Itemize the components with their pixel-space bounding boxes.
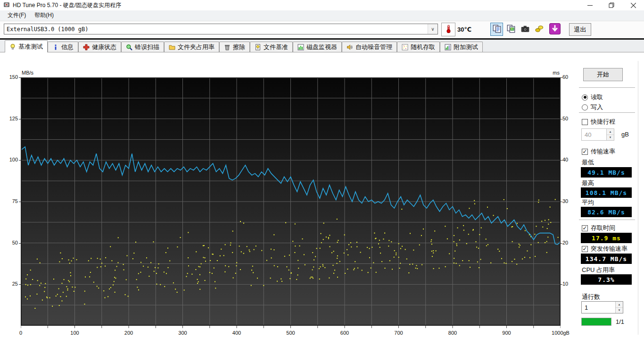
save-results-button[interactable] bbox=[548, 23, 561, 36]
tab-文件基准[interactable]: 文件基准 bbox=[250, 42, 293, 52]
tab-strip: 基准测试信息健康状态错误扫描文件夹占用率擦除文件基准磁盘监视器自动噪音管理随机存… bbox=[0, 40, 644, 52]
tab-基准测试[interactable]: 基准测试 bbox=[5, 40, 48, 52]
camera-icon bbox=[520, 24, 530, 35]
restore-button[interactable] bbox=[601, 0, 622, 10]
x-axis-tick-label: 900 bbox=[502, 330, 511, 336]
copy-image-button[interactable] bbox=[504, 23, 517, 36]
access-time-label: 存取时间 bbox=[591, 224, 615, 232]
y-left-tick bbox=[19, 284, 21, 285]
tab-擦除[interactable]: 擦除 bbox=[219, 42, 250, 52]
read-radio[interactable]: 读取 bbox=[582, 93, 603, 102]
spin-down-button[interactable]: ▼ bbox=[616, 308, 623, 313]
pass-count-stepper[interactable]: 1 ▲▼ bbox=[581, 301, 623, 313]
pass-count-label: 通行数 bbox=[582, 293, 600, 301]
extra-tests-icon bbox=[445, 44, 451, 51]
x-axis-tick-label: 1000gB bbox=[552, 330, 570, 336]
max-speed-label: 最高 bbox=[582, 179, 594, 187]
cpu-usage-value: 7.3% bbox=[581, 274, 632, 285]
read-radio-label: 读取 bbox=[591, 93, 603, 102]
tab-label: 信息 bbox=[61, 43, 74, 51]
access-time-checkbox[interactable]: ✓ 存取时间 bbox=[582, 224, 615, 232]
benchmark-chart bbox=[21, 77, 561, 329]
y-left-tick bbox=[19, 243, 21, 244]
screenshot-button[interactable] bbox=[519, 23, 531, 36]
close-button[interactable] bbox=[622, 0, 644, 10]
menu-item-help[interactable]: 帮助(H) bbox=[31, 10, 58, 21]
access-time-value: 17.9 ms bbox=[581, 233, 632, 243]
hdtune-window: HD Tune Pro 5.70 - 硬盘/固态硬盘实用程序 文件(F)帮助(H… bbox=[0, 0, 644, 347]
tab-信息[interactable]: 信息 bbox=[48, 42, 78, 52]
y-left-tick bbox=[19, 77, 21, 78]
y-right-tick bbox=[561, 243, 562, 244]
tab-附加测试[interactable]: 附加测试 bbox=[440, 42, 483, 52]
y-left-tick-label: 100 bbox=[0, 157, 18, 162]
tab-label: 随机存取 bbox=[411, 43, 435, 51]
divider bbox=[579, 220, 635, 220]
tab-错误扫描[interactable]: 错误扫描 bbox=[121, 42, 164, 52]
copy-image-icon bbox=[506, 24, 516, 35]
tab-文件夹占用率[interactable]: 文件夹占用率 bbox=[164, 42, 219, 52]
copy-text-button[interactable] bbox=[490, 23, 503, 36]
x-axis-tick-label: 700 bbox=[394, 330, 403, 336]
y-left-tick-label: 150 bbox=[0, 74, 18, 80]
burst-rate-checkbox[interactable]: ✓ 突发传输速率 bbox=[582, 245, 627, 253]
y-left-tick bbox=[19, 119, 21, 119]
short-stroke-unit: gB bbox=[621, 131, 629, 138]
y-right-tick bbox=[561, 160, 562, 161]
avg-speed-value: 82.6 MB/s bbox=[581, 207, 632, 217]
spin-up-button[interactable]: ▲ bbox=[607, 129, 614, 135]
short-stroke-label: 快捷行程 bbox=[591, 118, 615, 126]
tab-label: 文件基准 bbox=[264, 43, 288, 51]
x-axis-tick-label: 200 bbox=[124, 330, 133, 336]
short-stroke-size-stepper[interactable]: 40 ▲▼ bbox=[581, 128, 614, 141]
checkbox-icon bbox=[582, 119, 588, 125]
tab-随机存取[interactable]: 随机存取 bbox=[397, 42, 440, 52]
start-button[interactable]: 开始 bbox=[583, 68, 623, 81]
tab-label: 基准测试 bbox=[18, 42, 43, 51]
spin-down-button[interactable]: ▼ bbox=[607, 135, 614, 141]
x-axis-tick-label: 800 bbox=[448, 330, 457, 336]
cpu-usage-label: CPU 占用率 bbox=[582, 266, 615, 274]
divider bbox=[579, 112, 635, 113]
write-radio-label: 写入 bbox=[591, 103, 603, 111]
y-right-tick bbox=[561, 284, 562, 285]
transfer-rate-label: 传输速率 bbox=[591, 147, 615, 156]
max-speed-value: 108.1 MB/s bbox=[581, 187, 632, 198]
speaker-icon bbox=[347, 44, 353, 51]
y-left-axis-unit: MB/s bbox=[22, 70, 33, 76]
exit-button[interactable]: 退出 bbox=[569, 23, 591, 36]
write-radio[interactable]: 写入 bbox=[582, 103, 603, 111]
tab-健康状态[interactable]: 健康状态 bbox=[78, 42, 121, 52]
copy-text-icon bbox=[492, 24, 502, 35]
checkbox-icon: ✓ bbox=[582, 225, 588, 231]
transfer-rate-checkbox[interactable]: ✓ 传输速率 bbox=[582, 147, 615, 156]
file-benchmark-icon bbox=[255, 44, 261, 51]
pass-count-value: 1 bbox=[582, 302, 615, 313]
burst-rate-label: 突发传输速率 bbox=[591, 245, 627, 253]
window-title: HD Tune Pro 5.70 - 硬盘/固态硬盘实用程序 bbox=[13, 1, 121, 9]
export-button[interactable] bbox=[533, 23, 545, 36]
x-axis-tick-label: 100 bbox=[70, 330, 79, 336]
tab-磁盘监视器[interactable]: 磁盘监视器 bbox=[293, 42, 342, 52]
y-left-tick-label: 25 bbox=[0, 281, 18, 287]
tab-label: 附加测试 bbox=[454, 43, 478, 51]
short-stroke-checkbox[interactable]: 快捷行程 bbox=[582, 118, 615, 126]
progress-bar bbox=[581, 318, 611, 326]
y-right-tick-label: 10 bbox=[562, 281, 568, 287]
tab-label: 文件夹占用率 bbox=[178, 43, 215, 51]
menu-item-file[interactable]: 文件(F) bbox=[4, 10, 31, 21]
temperature-button[interactable] bbox=[441, 23, 455, 36]
drive-select[interactable]: ExternalUSB3.0 (1000 gB) ∨ bbox=[4, 24, 438, 34]
y-right-tick bbox=[561, 119, 562, 119]
chevron-down-icon: ∨ bbox=[428, 24, 438, 34]
tab-label: 健康状态 bbox=[92, 43, 116, 51]
spin-up-button[interactable]: ▲ bbox=[616, 302, 623, 308]
grid-lines bbox=[21, 77, 561, 326]
benchmark-page: 1501251007550256050403020100100200300400… bbox=[0, 52, 644, 347]
y-right-tick-label: 30 bbox=[562, 198, 568, 204]
y-right-tick bbox=[561, 202, 562, 202]
tab-自动噪音管理[interactable]: 自动噪音管理 bbox=[342, 42, 397, 52]
info-icon bbox=[52, 44, 59, 51]
minimize-button[interactable] bbox=[579, 0, 601, 10]
divider bbox=[579, 87, 635, 88]
